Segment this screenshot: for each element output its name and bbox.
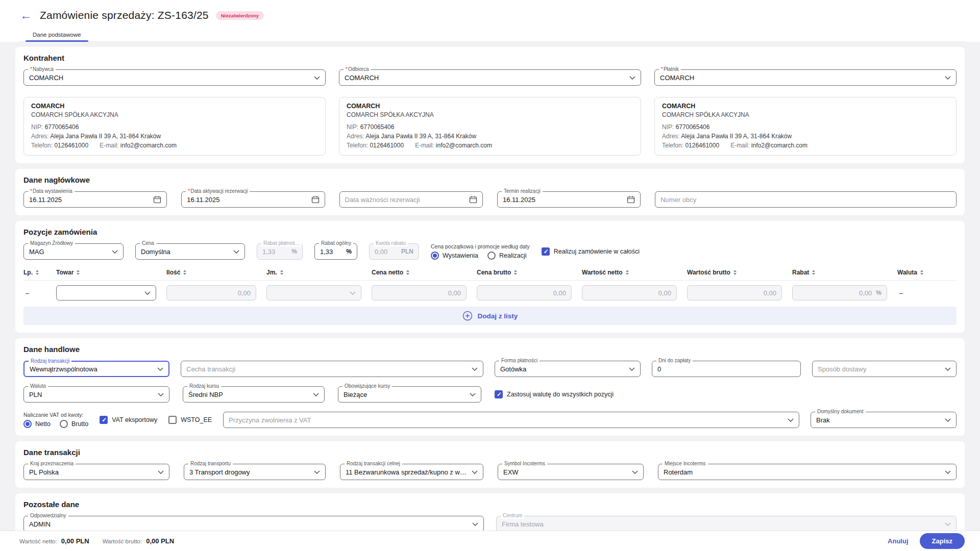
rabat-ogolny-input[interactable]: Rabat ogólny 1,33 % bbox=[314, 243, 357, 260]
cena-select[interactable]: Cena Domyślna bbox=[135, 243, 245, 260]
chevron-down-icon bbox=[314, 470, 320, 474]
chevron-down-icon bbox=[629, 367, 635, 371]
vat-eksportowy-checkbox[interactable]: VAT eksportowy bbox=[100, 416, 157, 424]
numer-obcy-input[interactable]: Numer obcy bbox=[655, 191, 957, 208]
sort-icon bbox=[625, 270, 629, 275]
chevron-down-icon bbox=[788, 418, 794, 422]
chevron-down-icon bbox=[472, 367, 478, 371]
col-ilosc[interactable]: Ilość bbox=[166, 269, 256, 276]
odbiorca-select[interactable]: *Odbiorca COMARCH bbox=[339, 69, 641, 86]
col-towar[interactable]: Towar bbox=[56, 269, 156, 276]
col-waluta[interactable]: Waluta bbox=[897, 269, 928, 276]
contractor-company: COMARCH SPÓŁKA AKCYJNA bbox=[662, 111, 949, 118]
radio-wystawienia[interactable]: Wystawienia bbox=[431, 252, 478, 260]
col-jm[interactable]: Jm. bbox=[266, 269, 361, 276]
odpowiedzialny-select[interactable]: Odpowiedzialny ADMIN bbox=[23, 516, 484, 531]
sposob-dostawy-select[interactable]: Sposób dostawy bbox=[812, 361, 957, 377]
add-from-list-button[interactable]: Dodaj z listy bbox=[462, 311, 518, 321]
data-aktywacji-rezerwacji-field[interactable]: *Data aktywacji rezerwacji 16.11.2025 bbox=[181, 191, 325, 208]
items-table-header: Lp. Towar Ilość Jm. Cena netto Cena brut… bbox=[23, 269, 957, 281]
cena-poczatkowa-radio-group: Cena początkowa i promocje według daty W… bbox=[431, 243, 530, 260]
radio-brutto[interactable]: Brutto bbox=[60, 420, 88, 428]
col-lp[interactable]: Lp. bbox=[23, 269, 46, 276]
radio-realizacji[interactable]: Realizacji bbox=[487, 252, 527, 260]
section-title-dane-transakcji: Dane transakcji bbox=[23, 448, 957, 457]
rodzaj-kursu-select[interactable]: Rodzaj kursu Średni NBP bbox=[183, 386, 325, 403]
calendar-icon[interactable] bbox=[153, 195, 161, 204]
calendar-icon[interactable] bbox=[627, 195, 635, 204]
wsto-ee-checkbox[interactable]: WSTO_EE bbox=[168, 416, 212, 424]
tab-dane-podstawowe[interactable]: Dane podstawowe bbox=[26, 29, 88, 41]
chevron-down-icon bbox=[945, 522, 951, 526]
symbol-incoterms-select[interactable]: Symbol Incoterms EXW bbox=[498, 464, 644, 480]
miejsce-incoterms-select[interactable]: Miejsce Incoterms Roterdam bbox=[658, 464, 957, 480]
waluta-select[interactable]: Waluta PLN bbox=[23, 386, 169, 403]
save-button[interactable]: Zapisz bbox=[920, 533, 965, 549]
kraj-przeznaczenia-select[interactable]: Kraj przeznaczenia PL Polska bbox=[23, 464, 169, 480]
col-cena-netto[interactable]: Cena netto bbox=[372, 269, 467, 276]
platnik-info-card: COMARCH COMARCH SPÓŁKA AKCYJNA NIP: 6770… bbox=[654, 97, 957, 156]
checkbox-checked-icon bbox=[100, 416, 108, 424]
radio-netto[interactable]: Netto bbox=[23, 420, 51, 428]
col-wartosc-netto[interactable]: Wartość netto bbox=[582, 269, 677, 276]
col-cena-brutto[interactable]: Cena brutto bbox=[477, 269, 572, 276]
contractor-company: COMARCH SPÓŁKA AKCYJNA bbox=[347, 111, 633, 118]
checkbox-checked-icon bbox=[542, 247, 550, 256]
chevron-down-icon bbox=[472, 522, 478, 526]
realizuj-zamowienie-checkbox[interactable]: Realizuj zamówienie w całości bbox=[542, 247, 640, 256]
section-title-pozycje: Pozycje zamówienia bbox=[23, 228, 957, 236]
dni-do-zaplaty-input[interactable]: Dni do zapłaty 0 bbox=[652, 361, 801, 377]
sort-icon bbox=[406, 270, 410, 275]
col-wartosc-brutto[interactable]: Wartość brutto bbox=[687, 269, 782, 276]
section-dane-transakcji: Dane transakcji Kraj przeznaczenia PL Po… bbox=[15, 441, 965, 488]
chevron-down-icon bbox=[157, 367, 163, 371]
row-cena-netto-input: 0,00 bbox=[372, 285, 467, 300]
rodzaj-transakcji-select[interactable]: Rodzaj transakcji Wewnątrzwspólnotowa bbox=[23, 361, 169, 377]
radio-icon bbox=[60, 420, 68, 428]
section-title-dane-handlowe: Dane handlowe bbox=[23, 345, 957, 354]
platnik-label: *Płatnik bbox=[659, 66, 681, 72]
page-title: Zamówienie sprzedaży: ZS-163/25 bbox=[40, 9, 209, 21]
forma-platnosci-select[interactable]: Forma płatności Gotówka bbox=[495, 361, 641, 377]
przyczyna-zwolnienia-select[interactable]: Przyczyna zwolnienia z VAT bbox=[223, 412, 799, 428]
termin-realizacji-field[interactable]: Termin realizacji 16.11.2025 bbox=[497, 191, 641, 208]
section-dane-handlowe: Dane handlowe Rodzaj transakcji Wewnątrz… bbox=[15, 338, 965, 436]
cancel-button[interactable]: Anuluj bbox=[888, 537, 908, 545]
checkbox-checked-icon bbox=[495, 390, 503, 398]
rabat-platnosci-input: Rabat płatnoś... 1,33 % bbox=[257, 243, 303, 260]
magazyn-zrodlowy-select[interactable]: Magazyn Źródłowy MAG bbox=[23, 243, 124, 260]
rodzaj-transportu-select[interactable]: Rodzaj transportu 3 Transport drogowy bbox=[184, 464, 326, 480]
zastosuj-walute-checkbox[interactable]: Zastosuj walutę do wszystkich pozycji bbox=[495, 390, 614, 398]
odbiorca-info-card: COMARCH COMARCH SPÓŁKA AKCYJNA NIP: 6770… bbox=[339, 97, 641, 156]
app-header: ← Zamówienie sprzedaży: ZS-163/25 Niezat… bbox=[0, 0, 980, 42]
nabywca-info-card: COMARCH COMARCH SPÓŁKA AKCYJNA NIP: 6770… bbox=[23, 97, 326, 156]
checkbox-icon bbox=[168, 416, 177, 424]
radio-icon bbox=[487, 252, 496, 260]
sort-icon bbox=[76, 270, 80, 275]
data-waznosci-rezerwacji-field[interactable]: Data ważności rezerwacji bbox=[339, 191, 483, 208]
chevron-down-icon bbox=[112, 250, 118, 254]
sort-icon bbox=[183, 270, 187, 275]
plus-circle-icon bbox=[462, 311, 473, 321]
chevron-down-icon bbox=[472, 470, 478, 474]
obowiazujace-kursy-select[interactable]: Obowiązujące kursy Bieżące bbox=[338, 386, 481, 403]
col-rabat[interactable]: Rabat bbox=[792, 269, 887, 276]
add-from-list-band: Dodaj z listy bbox=[23, 307, 957, 325]
row-lp: – bbox=[23, 289, 46, 297]
chevron-down-icon bbox=[158, 470, 164, 474]
row-ilosc-input: 0,00 bbox=[166, 285, 256, 300]
domyslny-dokument-select[interactable]: Domyślny dokument Brak bbox=[811, 412, 957, 428]
calendar-icon[interactable] bbox=[311, 195, 320, 204]
calendar-icon[interactable] bbox=[469, 195, 477, 204]
chevron-down-icon bbox=[632, 470, 638, 474]
rodzaj-transakcji-celnej-select[interactable]: Rodzaj transakcji celnej 11 Bezwarunkowa… bbox=[340, 464, 483, 480]
sort-icon bbox=[812, 270, 816, 275]
row-towar-select[interactable] bbox=[56, 285, 156, 300]
section-kontrahent: Kontrahent *Nabywca COMARCH *Odbiorca CO… bbox=[15, 47, 965, 163]
back-arrow-icon[interactable]: ← bbox=[19, 9, 33, 21]
nabywca-select[interactable]: *Nabywca COMARCH bbox=[23, 69, 326, 86]
data-wystawienia-field[interactable]: *Data wystawienia 16.11.2025 bbox=[23, 191, 167, 208]
chevron-down-icon bbox=[945, 418, 951, 422]
platnik-select[interactable]: *Płatnik COMARCH bbox=[654, 69, 957, 86]
cecha-transakcji-select[interactable]: Cecha transakcji bbox=[181, 361, 483, 377]
